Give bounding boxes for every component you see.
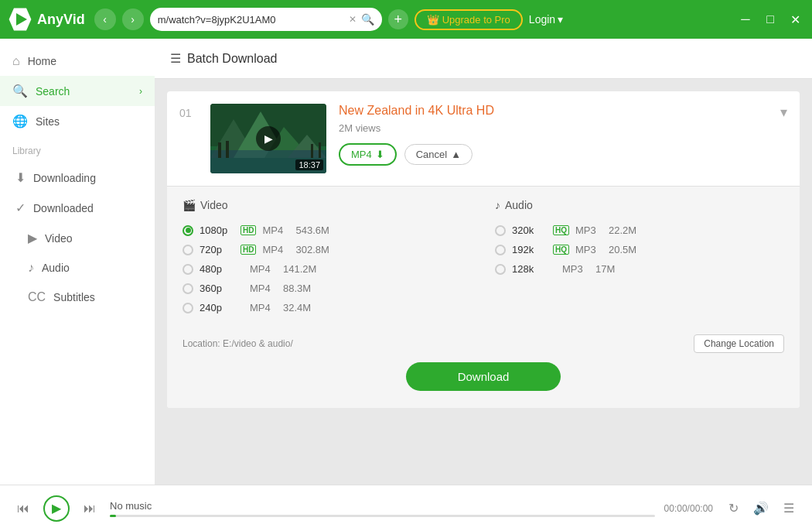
back-button[interactable]: ‹ <box>94 9 116 30</box>
size-192k: 20.5M <box>609 244 636 255</box>
size-128k: 17M <box>595 263 615 275</box>
change-location-button[interactable]: Change Location <box>694 334 784 353</box>
res-128k: 128k <box>512 263 547 275</box>
cancel-button[interactable]: Cancel ▲ <box>404 144 473 165</box>
maximize-button[interactable]: □ <box>761 10 780 29</box>
play-button[interactable]: ▶ <box>256 126 281 151</box>
svg-rect-7 <box>218 142 221 158</box>
search-arrow-icon: › <box>139 86 142 97</box>
window-controls: ─ □ ✕ <box>736 10 804 29</box>
video-thumbnail: ▶ 18:37 <box>210 104 326 173</box>
search-icon: 🔍 <box>12 84 28 98</box>
format-row-240p: 240p MP4 32.4M <box>183 298 472 317</box>
sites-label: Sites <box>36 115 60 128</box>
size-480p: 141.2M <box>283 263 316 275</box>
mp4-button[interactable]: MP4 ⬇ <box>339 143 397 166</box>
size-1080p: 543.6M <box>295 224 329 236</box>
audio-col-label: Audio <box>505 199 533 211</box>
radio-240p[interactable] <box>183 303 193 313</box>
player-play-button[interactable]: ▶ <box>43 495 70 522</box>
logo-icon <box>8 7 32 32</box>
size-720p: 302.8M <box>295 244 329 255</box>
content-area: ☰ Batch Download 01 <box>155 39 812 485</box>
player-bar: ⏮ ▶ ⏭ No music 00:00/00:00 ↻ 🔊 ☰ <box>0 485 812 531</box>
video-format-column: 🎬 Video 1080p HD MP4 543.6M <box>183 199 472 317</box>
radio-192k[interactable] <box>495 245 506 255</box>
add-tab-button[interactable]: + <box>388 9 408 29</box>
upgrade-button[interactable]: 👑 Upgrade to Pro <box>415 9 523 30</box>
close-button[interactable]: ✕ <box>786 10 804 29</box>
location-row: Location: E:/video & audio/ Change Locat… <box>183 327 784 353</box>
res-720p: 720p <box>200 244 234 255</box>
url-close-icon[interactable]: ✕ <box>349 14 357 25</box>
format-row-1080p: 1080p HD MP4 543.6M <box>183 221 472 240</box>
format-columns: 🎬 Video 1080p HD MP4 543.6M <box>183 199 784 317</box>
sidebar-item-subtitles[interactable]: CC Subtitles <box>0 283 155 312</box>
hq-badge-320k: HQ <box>553 225 569 235</box>
downloading-icon: ⬇ <box>15 170 26 185</box>
sidebar-item-downloaded[interactable]: ✓ Downloaded <box>0 193 155 223</box>
subtitles-label: Subtitles <box>53 291 95 303</box>
sidebar-item-video[interactable]: ▶ Video <box>0 223 155 253</box>
batch-icon: ☰ <box>170 51 181 66</box>
radio-360p[interactable] <box>183 283 193 294</box>
radio-128k[interactable] <box>495 264 506 275</box>
ext-240p: MP4 <box>250 302 277 313</box>
ext-320k: MP3 <box>575 224 602 236</box>
player-playlist-button[interactable]: ☰ <box>778 498 800 519</box>
batch-download-header: ☰ Batch Download <box>155 39 812 79</box>
size-320k: 22.2M <box>609 224 636 236</box>
url-search-icon[interactable]: 🔍 <box>361 13 374 26</box>
sidebar-item-downloading[interactable]: ⬇ Downloading <box>0 163 155 193</box>
player-prev-button[interactable]: ⏮ <box>12 498 34 519</box>
res-192k: 192k <box>512 244 547 255</box>
hq-badge-192k: HQ <box>553 245 569 255</box>
format-row-320k: 320k HQ MP3 22.2M <box>495 221 784 240</box>
chevron-up-icon: ▲ <box>451 149 461 160</box>
batch-title: Batch Download <box>187 52 278 66</box>
video-label: Video <box>45 232 73 245</box>
ext-128k: MP3 <box>562 263 589 275</box>
sidebar: ⌂ Home 🔍 Search › 🌐 Sites Library ⬇ Down… <box>0 39 155 485</box>
titlebar: AnyVid ‹ › m/watch?v=8jypK2U1AM0 ✕ 🔍 + 👑… <box>0 0 812 39</box>
ext-480p: MP4 <box>250 263 277 275</box>
ext-360p: MP4 <box>250 283 277 294</box>
audio-icon: ♪ <box>28 261 34 275</box>
ext-192k: MP3 <box>575 244 602 255</box>
format-row-128k: 128k MP3 17M <box>495 259 784 279</box>
location-text: Location: E:/video & audio/ <box>183 338 293 349</box>
format-row-192k: 192k HQ MP3 20.5M <box>495 240 784 259</box>
downloading-label: Downloading <box>33 172 96 184</box>
radio-1080p[interactable] <box>183 225 193 236</box>
svg-rect-10 <box>319 142 321 158</box>
app-name: AnyVid <box>37 12 85 28</box>
sidebar-item-search[interactable]: 🔍 Search › <box>0 76 155 106</box>
player-next-button[interactable]: ⏭ <box>79 498 101 519</box>
login-button[interactable]: Login ▾ <box>529 13 563 26</box>
radio-720p[interactable] <box>183 245 193 255</box>
sidebar-item-sites[interactable]: 🌐 Sites <box>0 106 155 136</box>
downloaded-label: Downloaded <box>33 202 94 214</box>
audio-format-header: ♪ Audio <box>495 199 784 211</box>
crown-icon: 👑 <box>427 14 439 26</box>
player-repeat-button[interactable]: ↻ <box>722 498 744 519</box>
minimize-button[interactable]: ─ <box>736 10 755 29</box>
forward-button[interactable]: › <box>122 9 144 30</box>
video-duration: 18:37 <box>295 159 323 170</box>
video-col-label: Video <box>200 199 228 211</box>
logo-play <box>16 13 27 26</box>
player-track: No music <box>110 500 655 517</box>
download-button[interactable]: Download <box>406 362 561 391</box>
ext-720p: MP4 <box>262 244 289 255</box>
player-progress-bar[interactable] <box>110 515 655 517</box>
sidebar-item-audio[interactable]: ♪ Audio <box>0 253 155 283</box>
sites-icon: 🌐 <box>12 114 28 128</box>
size-240p: 32.4M <box>283 302 311 313</box>
expand-icon[interactable]: ▾ <box>780 104 787 121</box>
player-volume-button[interactable]: 🔊 <box>750 498 772 519</box>
video-format-header: 🎬 Video <box>183 199 472 211</box>
radio-320k[interactable] <box>495 225 506 236</box>
radio-480p[interactable] <box>183 264 193 275</box>
sidebar-item-home[interactable]: ⌂ Home <box>0 46 155 76</box>
download-icon: ⬇ <box>376 149 384 160</box>
